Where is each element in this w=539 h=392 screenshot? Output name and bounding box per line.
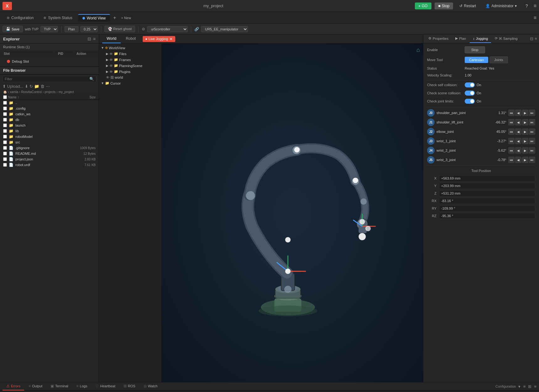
reset-ghost-button[interactable]: 👻 Reset ghost: [104, 26, 135, 32]
file-row-checkbox[interactable]: [3, 157, 7, 161]
joint-skip-fwd-icon[interactable]: ⏭: [529, 138, 535, 144]
download-icon[interactable]: ⬇: [25, 84, 28, 89]
list-item[interactable]: 📄 project.json 2.83 KB: [0, 156, 99, 162]
toggle-self-switch[interactable]: [465, 82, 475, 87]
bottom-list-view-icon[interactable]: ≡: [523, 384, 526, 389]
new-folder-icon[interactable]: 📁: [34, 84, 39, 89]
joints-button[interactable]: Joints: [489, 56, 508, 63]
list-item[interactable]: 📁 src: [0, 139, 99, 145]
breadcrumb-xamla[interactable]: xamla: [10, 90, 18, 94]
tab-plan[interactable]: ▶ Plan: [452, 34, 469, 43]
joint-step-fwd-icon[interactable]: ▶: [522, 119, 528, 125]
file-row-checkbox[interactable]: [3, 118, 7, 122]
joint-step-back-icon[interactable]: ◀: [515, 147, 521, 154]
tab-add-button[interactable]: +: [111, 15, 118, 21]
list-item[interactable]: 📁 ..: [0, 100, 99, 106]
tree-item-worldview[interactable]: ▼ ⊕ WorldView: [99, 45, 161, 51]
check-self-toggle[interactable]: On: [465, 82, 481, 87]
tab-output[interactable]: ≡ Output: [25, 382, 46, 390]
file-row-checkbox[interactable]: [3, 152, 7, 155]
joint-step-fwd-icon[interactable]: ▶: [522, 128, 528, 135]
viewport[interactable]: ⌂: [162, 44, 423, 382]
file-row-checkbox[interactable]: [3, 163, 7, 167]
tvp-select[interactable]: TVP: [40, 26, 58, 32]
tree-item-files[interactable]: ▶ 👁 📁 Files: [99, 51, 161, 57]
list-item[interactable]: 📄 robot.urdf 7.61 KB: [0, 162, 99, 168]
tab-properties[interactable]: ⚙ Properties: [425, 34, 452, 43]
bottom-grid-view-icon[interactable]: ⊞: [528, 384, 531, 389]
file-row-checkbox[interactable]: [3, 101, 7, 105]
cartesian-button[interactable]: Cartesian: [465, 57, 488, 63]
joint-skip-back-icon[interactable]: ⏮: [508, 128, 515, 135]
check-joint-toggle[interactable]: On: [465, 99, 481, 104]
tab-heartbeat[interactable]: ♡ Heartbeat: [92, 382, 119, 390]
joint-step-fwd-icon[interactable]: ▶: [522, 138, 528, 144]
joint-skip-back-icon[interactable]: ⏮: [508, 119, 515, 125]
tree-item-cursor[interactable]: ▼ 📁 Cursor: [99, 80, 161, 86]
refresh-icon[interactable]: ↻: [29, 84, 33, 89]
joint-step-back-icon[interactable]: ◀: [515, 110, 521, 116]
tab-errors[interactable]: ⚠ Errors: [3, 382, 24, 390]
tree-item-planning[interactable]: ▶ 👁 📁 PlanningScene: [99, 63, 161, 69]
tab-overflow-icon[interactable]: ≡: [534, 15, 536, 21]
upload-button[interactable]: ⬆ Upload...: [3, 84, 24, 89]
more-icon[interactable]: ⋯: [46, 84, 50, 89]
file-row-checkbox[interactable]: [3, 107, 7, 110]
live-jogging-badge[interactable]: ● Live Jogging ✕: [143, 36, 175, 42]
tab-jogging[interactable]: ↕ Jogging: [470, 35, 491, 43]
runtime-row-debug[interactable]: Debug Slot: [4, 58, 51, 65]
joint-skip-fwd-icon[interactable]: ⏭: [529, 147, 535, 154]
tab-logs[interactable]: ≡ Logs: [73, 382, 91, 390]
explorer-collapse-icon[interactable]: ⊟: [87, 36, 91, 41]
joint-step-back-icon[interactable]: ◀: [515, 128, 521, 135]
delete-icon[interactable]: 🗑: [40, 84, 45, 89]
file-row-checkbox[interactable]: [3, 135, 7, 139]
file-row-checkbox[interactable]: [3, 129, 7, 133]
list-item[interactable]: 📄 .gitignore 1009 Bytes: [0, 145, 99, 151]
joint-step-fwd-icon[interactable]: ▶: [522, 110, 528, 116]
joint-step-back-icon[interactable]: ◀: [515, 138, 521, 144]
file-row-checkbox[interactable]: [3, 123, 7, 127]
check-scene-toggle[interactable]: On: [465, 91, 481, 96]
go-button[interactable]: GO: [415, 3, 431, 9]
breadcrumb-rosvita[interactable]: RosvitaControl: [21, 90, 42, 94]
config-select-icon[interactable]: ▾: [518, 384, 521, 389]
file-filter-input[interactable]: [5, 77, 88, 81]
list-item[interactable]: 📁 launch: [0, 123, 99, 128]
tree-item-world[interactable]: 👁 ⛓ world: [99, 75, 161, 80]
breadcrumb-project[interactable]: my_project: [59, 90, 74, 94]
tab-terminal[interactable]: ▣ Terminal: [47, 382, 72, 390]
stop-button[interactable]: ■ Stop: [435, 3, 453, 9]
toggle-joint-switch[interactable]: [465, 99, 475, 104]
joint-skip-back-icon[interactable]: ⏮: [508, 157, 515, 163]
tp-input[interactable]: [439, 175, 535, 181]
file-col-name-header[interactable]: Name ↑: [8, 96, 71, 99]
plan-value-select[interactable]: 0.25: [80, 26, 98, 32]
joint-skip-fwd-icon[interactable]: ⏭: [529, 128, 535, 135]
tab-world[interactable]: World: [102, 34, 121, 43]
admin-button[interactable]: 👤 Administrator ▾: [482, 3, 520, 9]
breadcrumb-home[interactable]: 🏠: [3, 90, 7, 94]
list-item[interactable]: 📁 db: [0, 117, 99, 123]
tp-input[interactable]: [439, 190, 535, 196]
file-row-checkbox[interactable]: [3, 146, 7, 150]
save-button[interactable]: 💾 Save: [3, 26, 23, 32]
joint-skip-fwd-icon[interactable]: ⏭: [529, 157, 535, 163]
explorer-menu-icon[interactable]: ≡: [93, 36, 96, 41]
tab-system-status[interactable]: System Status: [39, 14, 77, 21]
close-icon[interactable]: ✕: [169, 37, 173, 41]
stop-enable-button[interactable]: Stop: [465, 46, 485, 53]
joint-skip-fwd-icon[interactable]: ⏭: [529, 119, 535, 125]
tab-watch[interactable]: ◎ Watch: [140, 382, 161, 390]
list-item[interactable]: 📁 robotModel: [0, 134, 99, 139]
tree-item-frames[interactable]: ▶ 👁 📁 Frames: [99, 57, 161, 63]
list-item[interactable]: 📁 lib: [0, 128, 99, 134]
joint-step-fwd-icon[interactable]: ▶: [522, 157, 528, 163]
tp-input[interactable]: [439, 205, 535, 212]
controller-select[interactable]: ur5controller: [147, 26, 188, 32]
joint-skip-back-icon[interactable]: ⏮: [508, 147, 515, 154]
bottom-menu-icon[interactable]: ≡: [534, 384, 536, 389]
joint-step-back-icon[interactable]: ◀: [515, 119, 521, 125]
tp-input[interactable]: [439, 198, 535, 204]
restart-button[interactable]: ↺ Restart: [456, 3, 479, 9]
